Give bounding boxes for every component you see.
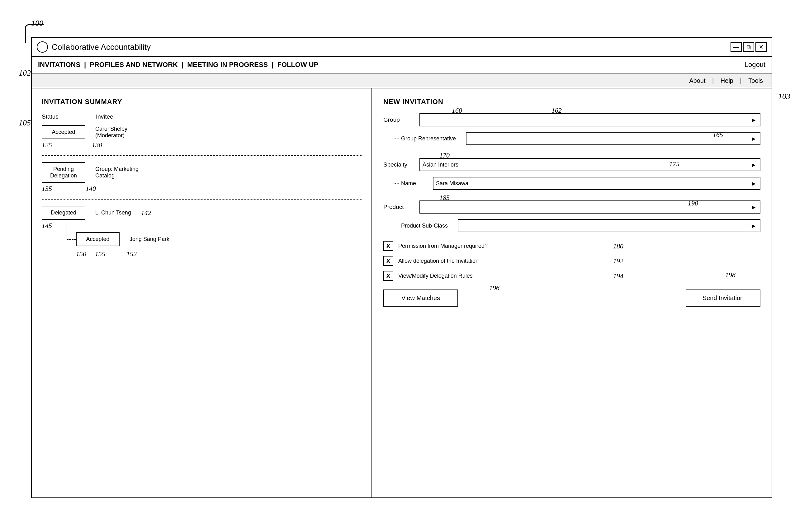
anno-152: 152 <box>126 250 137 258</box>
group-input[interactable] <box>419 113 747 126</box>
sep-1: | <box>712 77 714 84</box>
logout-button[interactable]: Logout <box>744 61 765 69</box>
checkbox-row-2: X Allow delegation of the Invitation <box>383 256 760 266</box>
anno-185: 185 <box>440 194 450 202</box>
anno-162: 162 <box>551 106 562 114</box>
nav-items: INVITATIONS | PROFILES AND NETWORK | MEE… <box>38 61 318 69</box>
group-dropdown-btn[interactable]: ▶ <box>747 113 760 126</box>
nav-followup[interactable]: FOLLOW UP <box>277 61 318 69</box>
table-row: Delegated Li Chun Tseng 142 <box>42 206 362 220</box>
group-rep-dropdown-btn[interactable]: ▶ <box>747 132 760 145</box>
dotted-prefix-2: ···· <box>393 180 401 187</box>
delegated-button[interactable]: Delegated <box>42 206 85 220</box>
invitee-name-2: Group: Marketing Catalog <box>95 166 139 179</box>
app-title: Collaborative Accountability <box>52 42 151 52</box>
permission-label: Permission from Manager required? <box>398 243 488 249</box>
window-controls: — ⧉ ✕ <box>730 42 767 52</box>
anno-140: 140 <box>86 184 96 193</box>
anno-170: 170 <box>440 151 450 159</box>
product-sub-input[interactable] <box>458 219 747 232</box>
title-bar-left: Collaborative Accountability <box>37 41 151 53</box>
app-icon <box>37 41 48 53</box>
invitee-name-3: Li Chun Tseng <box>95 210 131 216</box>
nav-sep-1: | <box>84 61 86 69</box>
new-invitation-panel: NEW INVITATION 160 162 Group ▶ 165 <box>372 88 772 497</box>
anno-125: 125 <box>42 141 52 149</box>
product-sub-input-wrap: ▶ <box>458 219 760 232</box>
invitee-name-sub: Jong Sang Park <box>130 236 169 243</box>
anno-130: 130 <box>92 141 102 149</box>
checkbox-row-1: X Permission from Manager required? <box>383 241 760 251</box>
name-field-row: ···· Name ▶ <box>393 177 760 190</box>
group-label: Group <box>383 117 414 123</box>
status-column-header: Status <box>42 113 58 120</box>
view-modify-label: View/Modify Delegation Rules <box>398 273 473 279</box>
dotted-prefix: ···· <box>393 136 401 142</box>
left-panel-title: INVITATION SUMMARY <box>42 98 362 106</box>
anno-105: 105 <box>19 118 31 128</box>
name-input[interactable] <box>433 177 747 190</box>
minimize-button[interactable]: — <box>730 42 742 52</box>
tools-link[interactable]: Tools <box>748 77 763 84</box>
delegation-checkbox[interactable]: X <box>383 256 393 266</box>
about-link[interactable]: About <box>689 77 705 84</box>
product-sub-dropdown-btn[interactable]: ▶ <box>747 219 760 232</box>
delegation-line-v <box>67 223 67 240</box>
table-row-sub: Accepted Jong Sang Park <box>76 232 362 246</box>
anno-103: 103 <box>778 92 790 101</box>
title-bar: Collaborative Accountability — ⧉ ✕ <box>31 37 772 56</box>
specialty-input[interactable] <box>419 158 747 171</box>
invitee-column-header: Invitee <box>96 113 113 120</box>
accepted-button-1[interactable]: Accepted <box>42 125 85 139</box>
app-window: Collaborative Accountability — ⧉ ✕ INVIT… <box>31 37 772 498</box>
delegation-label: Allow delegation of the Invitation <box>398 258 479 264</box>
close-button[interactable]: ✕ <box>755 42 767 52</box>
help-link[interactable]: Help <box>721 77 733 84</box>
anno-160: 160 <box>452 106 462 114</box>
anno-135: 135 <box>42 184 52 193</box>
nav-sep-3: | <box>272 61 273 69</box>
anno-165: 165 <box>713 131 723 139</box>
group-field-row: Group ▶ <box>383 113 760 126</box>
product-input-wrap: ▶ <box>419 200 760 214</box>
product-input[interactable] <box>419 200 747 214</box>
specialty-dropdown-btn[interactable]: ▶ <box>747 158 760 171</box>
invitation-summary-panel: INVITATION SUMMARY Status Invitee Accept… <box>32 88 372 497</box>
accepted-button-sub[interactable]: Accepted <box>76 232 120 246</box>
invitee-name-1: Carol Shelby (Moderator) <box>95 126 127 139</box>
anno-102: 102 <box>19 69 31 78</box>
product-dropdown-btn[interactable]: ▶ <box>747 200 760 214</box>
nav-bar: INVITATIONS | PROFILES AND NETWORK | MEE… <box>31 56 772 73</box>
anno-155: 155 <box>95 250 105 258</box>
group-input-wrap: ▶ <box>419 113 760 126</box>
restore-button[interactable]: ⧉ <box>743 42 754 52</box>
name-input-wrap: ▶ <box>433 177 760 190</box>
view-modify-checkbox[interactable]: X <box>383 271 393 281</box>
permission-checkbox[interactable]: X <box>383 241 393 251</box>
product-field-row: Product ▶ <box>383 200 760 214</box>
pending-delegation-button[interactable]: Pending Delegation <box>42 162 85 183</box>
right-panel-title: NEW INVITATION <box>383 98 760 106</box>
specialty-input-wrap: ▶ <box>419 158 760 171</box>
delegation-line-h <box>67 239 76 240</box>
inv-header-row: Status Invitee <box>42 113 362 120</box>
product-sub-field-row: ···· Product Sub-Class ▶ <box>393 219 760 232</box>
group-rep-input[interactable] <box>466 132 747 145</box>
nav-profiles[interactable]: PROFILES AND NETWORK <box>90 61 178 69</box>
view-matches-button[interactable]: View Matches <box>383 289 458 307</box>
divider-1 <box>42 155 362 156</box>
main-content: INVITATION SUMMARY Status Invitee Accept… <box>31 88 772 498</box>
anno-142: 142 <box>141 209 151 217</box>
action-buttons: View Matches Send Invitation <box>383 289 760 307</box>
name-label: ···· Name <box>393 180 416 187</box>
anno-180: 180 <box>613 242 623 250</box>
secondary-links: About | Help | Tools <box>687 77 765 84</box>
nav-invitations[interactable]: INVITATIONS <box>38 61 80 69</box>
send-invitation-button[interactable]: Send Invitation <box>686 289 760 307</box>
anno-150: 150 <box>76 250 86 258</box>
nav-meeting[interactable]: MEETING IN PROGRESS <box>187 61 268 69</box>
anno-190: 190 <box>688 199 698 207</box>
secondary-bar: About | Help | Tools <box>31 73 772 88</box>
dotted-prefix-3: ···· <box>393 223 401 229</box>
name-dropdown-btn[interactable]: ▶ <box>747 177 760 190</box>
